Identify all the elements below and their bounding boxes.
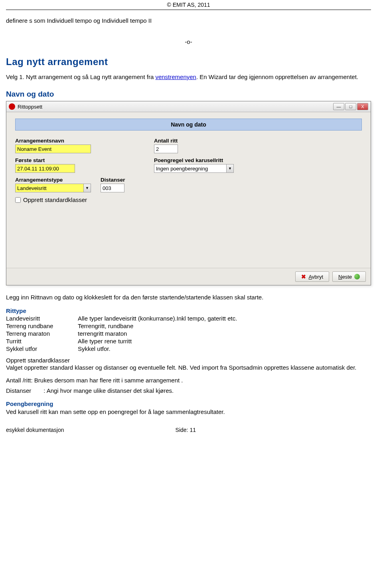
antall-ritt-input[interactable] bbox=[154, 145, 178, 153]
form-grid: Arrangementsnavn Antall ritt Første star… bbox=[15, 138, 362, 192]
rittype-val: Alle typer rene turritt bbox=[78, 338, 371, 344]
page-footer: esykkel dokumentasjon Side: 11 bbox=[6, 427, 371, 433]
window-controls: — □ X bbox=[333, 103, 368, 110]
dialog-footer: ✖ AAvbrytvbryt Neste Neste bbox=[6, 268, 371, 285]
x-icon: ✖ bbox=[301, 273, 306, 280]
subsection-title: Navn og dato bbox=[6, 90, 371, 99]
arrangementsnavn-input[interactable] bbox=[15, 145, 91, 153]
post-text: Legg inn Rittnavn og dato og klokkeslett… bbox=[6, 293, 371, 416]
arrangementstype-dropdown-button[interactable]: ▼ bbox=[84, 184, 91, 192]
arrangementstype-select[interactable] bbox=[15, 184, 84, 192]
top-rule bbox=[6, 10, 371, 10]
antall-line: Antall /ritt: Brukes dersom man har fler… bbox=[6, 376, 371, 384]
label-distanser: Distanser bbox=[101, 177, 144, 183]
rittype-key: Terreng maraton bbox=[6, 330, 78, 337]
section-divider: -o- bbox=[6, 38, 371, 45]
minimize-icon: — bbox=[337, 105, 341, 109]
dialog-body: Navn og dato Arrangementsnavn Antall rit… bbox=[6, 112, 371, 268]
rittype-key: Sykkel utfor bbox=[6, 345, 78, 352]
opprett-title: Opprett standardklasser bbox=[6, 357, 371, 364]
section-intro: Velg 1. Nytt arrangement og så Lag nytt … bbox=[6, 73, 371, 81]
label-antall-ritt: Antall ritt bbox=[154, 138, 266, 144]
rittype-key: Terreng rundbane bbox=[6, 323, 78, 329]
opprett-text: Valget oppretter standard klasser og dis… bbox=[6, 364, 371, 372]
rittype-val: Terrengritt, rundbane bbox=[78, 323, 371, 329]
opprett-standardklasser-checkbox[interactable] bbox=[15, 197, 21, 203]
section-title: Lag nytt arrangement bbox=[6, 56, 371, 67]
close-icon: X bbox=[361, 105, 364, 109]
rittype-val: Alle typer landeveisritt (konkurranse).I… bbox=[78, 315, 371, 322]
window-title: Rittoppsett bbox=[18, 104, 42, 110]
app-icon bbox=[9, 103, 15, 110]
go-icon bbox=[354, 274, 360, 279]
intro-text: definere s som Individuell tempo og Indi… bbox=[6, 17, 371, 24]
label-opprett-standardklasser: Opprett standardklasser bbox=[23, 196, 87, 203]
distanser-k: Distanser bbox=[6, 387, 42, 395]
maximize-button[interactable]: □ bbox=[345, 103, 356, 110]
label-arrangementsnavn: Arrangementsnavn bbox=[15, 138, 91, 144]
section-intro-a: Velg 1. Nytt arrangement og så Lag nytt … bbox=[6, 73, 155, 80]
rittype-list: Landeveisritt Alle typer landeveisritt (… bbox=[6, 315, 371, 352]
cancel-button[interactable]: ✖ AAvbrytvbryt bbox=[295, 271, 329, 282]
page-number: Side: 11 bbox=[64, 427, 307, 433]
rittype-title: Rittype bbox=[6, 307, 371, 314]
distanser-input[interactable] bbox=[101, 184, 124, 192]
chevron-down-icon: ▼ bbox=[228, 166, 232, 170]
rittype-key: Landeveisritt bbox=[6, 315, 78, 322]
venstremenyen-link[interactable]: venstremenyen bbox=[155, 73, 196, 80]
rittoppsett-window: Rittoppsett — □ X Navn og dato Arrangeme… bbox=[6, 101, 371, 285]
chevron-down-icon: ▼ bbox=[85, 186, 89, 190]
poengberegning-text: Ved karusell ritt kan man sette opp en p… bbox=[6, 408, 371, 416]
poengberegning-title: Poengberegning bbox=[6, 400, 371, 407]
section-intro-b: . En Wizard tar deg igjennom opprettelse… bbox=[196, 73, 358, 80]
next-label: Neste bbox=[338, 274, 352, 280]
distanser-v: : Angi hvor mange ulike distanser det sk… bbox=[43, 387, 174, 394]
dialog-title: Navn og dato bbox=[15, 119, 362, 131]
page-copyright: © EMIT AS, 2011 bbox=[6, 0, 371, 9]
rittype-val: terrengritt maraton bbox=[78, 330, 371, 337]
forste-start-input[interactable] bbox=[15, 164, 75, 173]
rittype-val: Sykkel utfor. bbox=[78, 345, 371, 352]
label-arrangementstype: Arrangementstype bbox=[15, 177, 91, 183]
label-poengregel: Poengregel ved karusellritt bbox=[154, 157, 266, 163]
close-button[interactable]: X bbox=[357, 103, 368, 110]
poengregel-select[interactable] bbox=[154, 164, 227, 173]
cancel-label: AAvbrytvbryt bbox=[308, 274, 323, 280]
maximize-icon: □ bbox=[349, 105, 352, 109]
poengregel-dropdown-button[interactable]: ▼ bbox=[227, 164, 234, 173]
rittype-key: Turritt bbox=[6, 338, 78, 344]
label-forste-start: Første start bbox=[15, 157, 91, 163]
footer-left: esykkel dokumentasjon bbox=[6, 427, 64, 433]
distanser-line: Distanser : Angi hvor mange ulike distan… bbox=[6, 387, 371, 395]
titlebar: Rittoppsett — □ X bbox=[6, 101, 371, 112]
next-button[interactable]: Neste Neste bbox=[332, 271, 366, 282]
minimize-button[interactable]: — bbox=[333, 103, 344, 110]
post-p1: Legg inn Rittnavn og dato og klokkeslett… bbox=[6, 293, 371, 301]
